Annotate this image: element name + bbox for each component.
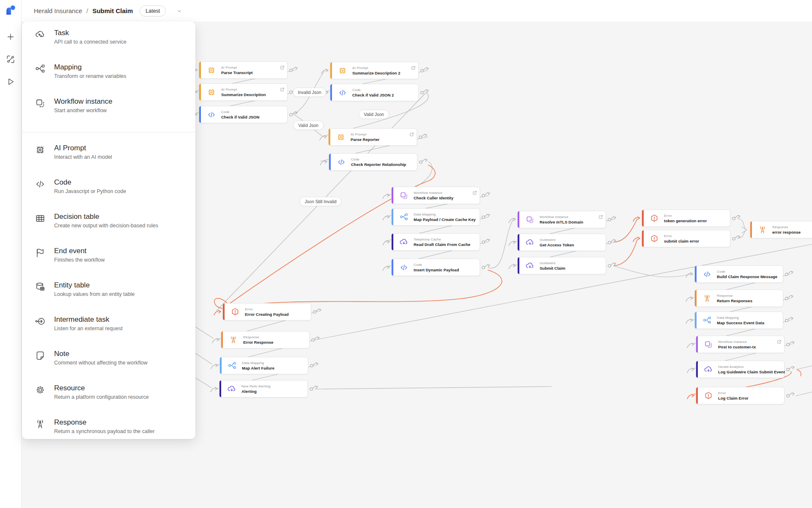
output-connector[interactable] (785, 297, 788, 300)
node-accent-bar (392, 259, 393, 276)
node-type-label: Code (351, 157, 406, 161)
output-connector[interactable] (290, 91, 292, 94)
node-error-response-2[interactable]: ResponseError Response (221, 331, 310, 348)
node-type-label: Code (414, 263, 459, 267)
node-alerting[interactable]: New Relic AlertingAlerting (219, 380, 308, 398)
node-title: Check if Valid JSON (221, 115, 259, 119)
node-error-response[interactable]: Responseerror response (750, 221, 812, 238)
edge (788, 271, 793, 274)
node-map-success-event-data[interactable]: Data MappingMap Success Event Data (694, 312, 783, 329)
node-resolve-mtls-domain[interactable]: Workflow instanceResolve mTLS Domain (517, 211, 606, 228)
cloud-arrow-icon (704, 365, 713, 374)
node-log-claim-error[interactable]: ErrorLog Claim Error (696, 387, 785, 404)
external-link-icon[interactable] (280, 64, 285, 69)
output-connector[interactable] (310, 388, 313, 390)
palette-item-end-event[interactable]: End eventFinishes the workflow (22, 246, 195, 276)
output-connector[interactable] (732, 237, 735, 240)
node-summarize-description-2[interactable]: AI PromptSummarize Description 2 (330, 62, 419, 79)
edge (315, 387, 551, 389)
output-connector[interactable] (421, 91, 423, 94)
palette-item-resource[interactable]: ResourceReturn a platform configuration … (22, 383, 195, 413)
output-connector[interactable] (290, 69, 292, 72)
code-icon (35, 179, 46, 190)
breadcrumb-workspace[interactable]: Herald Insurance (34, 7, 82, 14)
run-workflow-button[interactable] (5, 76, 16, 87)
node-build-claim-response-message[interactable]: CodeBuild Claim Response Message (694, 265, 783, 283)
output-connector[interactable] (313, 311, 316, 313)
node-get-access-token[interactable]: GuidewireGet Access Token (517, 234, 606, 251)
node-title: Error Response (243, 340, 273, 345)
palette-item-task[interactable]: TaskAPI call to a connected service (22, 28, 195, 58)
node-summarize-description[interactable]: AI PromptSummarize Description (199, 83, 288, 101)
node-check-caller-identity[interactable]: Workflow instanceCheck Caller Identity (391, 187, 480, 204)
node-check-if-valid-json[interactable]: CodeCheck if Valid JSON (199, 106, 288, 123)
node-post-to-customer-tx[interactable]: Workflow instancePost to customer-tx (696, 336, 785, 353)
external-link-icon[interactable] (777, 338, 782, 343)
output-connector[interactable] (482, 241, 485, 243)
output-connector[interactable] (482, 194, 485, 197)
external-link-icon[interactable] (280, 86, 285, 91)
edge (316, 309, 321, 312)
node-parse-transcript[interactable]: AI PromptParse Transcript (199, 61, 288, 79)
app-logo-icon[interactable] (5, 4, 16, 16)
node-type-label: Data Mapping (414, 213, 476, 216)
version-badge[interactable]: Latest (140, 6, 166, 17)
node-check-if-valid-json-2[interactable]: CodeCheck if Valid JSON 2 (330, 84, 419, 101)
node-map-payload-create-cache-key[interactable]: Data MappingMap Payload / Create Cache K… (391, 208, 480, 226)
output-connector[interactable] (290, 113, 292, 116)
output-connector[interactable] (310, 364, 313, 367)
external-link-icon[interactable] (409, 131, 414, 135)
output-connector[interactable] (732, 217, 735, 220)
node-submit-claim-error[interactable]: Errorsubmit claim error (642, 230, 730, 247)
ai-chip-icon (207, 66, 216, 75)
palette-item-response[interactable]: ResponseReturn a synchronous payload to … (22, 417, 195, 439)
output-connector[interactable] (608, 241, 611, 244)
node-log-guidewire-claim-submit-event[interactable]: Herald AnalyticsLog Guidewire Claim Subm… (696, 361, 785, 378)
palette-item-workflow-instance[interactable]: Workflow instanceStart another workflow (22, 96, 195, 126)
edge-label: Valid Json (293, 121, 324, 130)
node-insert-dynamic-payload[interactable]: CodeInsert Dynamic Payload (391, 259, 480, 276)
node-token-generation-error[interactable]: Errortoken generation error (642, 210, 730, 227)
palette-item-code[interactable]: CodeRun Javascript or Python code (22, 177, 195, 207)
node-title: Check Caller Identity (414, 196, 453, 200)
output-connector[interactable] (419, 136, 422, 138)
output-connector[interactable] (787, 395, 789, 397)
chevron-down-icon[interactable] (176, 8, 183, 14)
node-parse-reporter[interactable]: AI PromptParse Reporter (328, 128, 417, 146)
cloud-arrow-icon (399, 237, 409, 247)
output-connector[interactable] (785, 273, 788, 276)
node-map-alert-failure[interactable]: Data MappingMap Alert Failure (219, 357, 308, 374)
external-link-icon[interactable] (472, 189, 477, 194)
node-type-label: Workflow instance (718, 340, 756, 344)
output-connector[interactable] (787, 368, 789, 371)
palette-item-entity-table[interactable]: Entity tableLookup values from an entity… (22, 280, 195, 310)
output-connector[interactable] (785, 319, 788, 322)
palette-item-description: Create new output with decision-based ru… (54, 223, 158, 229)
palette-item-mapping[interactable]: MappingTransform or rename variables (22, 62, 195, 92)
palette-item-label: Note (54, 350, 69, 358)
palette-item-note[interactable]: NoteComment without affecting the workfl… (22, 348, 195, 378)
node-submit-claim[interactable]: GuidewireSubmit Claim (517, 257, 606, 274)
output-connector[interactable] (420, 161, 422, 163)
node-read-draft-claim-from-cache[interactable]: Telephony CacheRead Draft Claim From Cac… (391, 233, 480, 251)
workflows-button[interactable] (5, 54, 16, 65)
node-check-reporter-relationship[interactable]: CodeCheck Reporter Relationship (329, 153, 417, 171)
palette-item-decision-table[interactable]: Decision tableCreate new output with dec… (22, 211, 195, 241)
node-error-creating-payload[interactable]: ErrorError Creating Payload (222, 303, 311, 320)
output-connector[interactable] (608, 265, 611, 267)
add-node-button[interactable] (5, 31, 16, 42)
output-connector[interactable] (482, 216, 485, 218)
output-connector[interactable] (787, 343, 789, 346)
node-accent-bar (642, 230, 644, 247)
external-link-icon[interactable] (411, 64, 416, 69)
output-connector[interactable] (482, 266, 485, 269)
external-link-icon[interactable] (598, 213, 603, 218)
palette-item-intermediate-task[interactable]: Intermediate taskListen for an external … (22, 314, 195, 344)
node-return-responses[interactable]: ResponseReturn Responses (694, 290, 783, 307)
output-connector[interactable] (608, 218, 611, 221)
output-connector[interactable] (312, 339, 314, 341)
palette-item-ai-prompt[interactable]: AI PromptInteract with an AI model (22, 143, 195, 173)
node-accent-bar (392, 209, 393, 225)
output-connector[interactable] (421, 69, 423, 72)
edge (320, 135, 326, 140)
